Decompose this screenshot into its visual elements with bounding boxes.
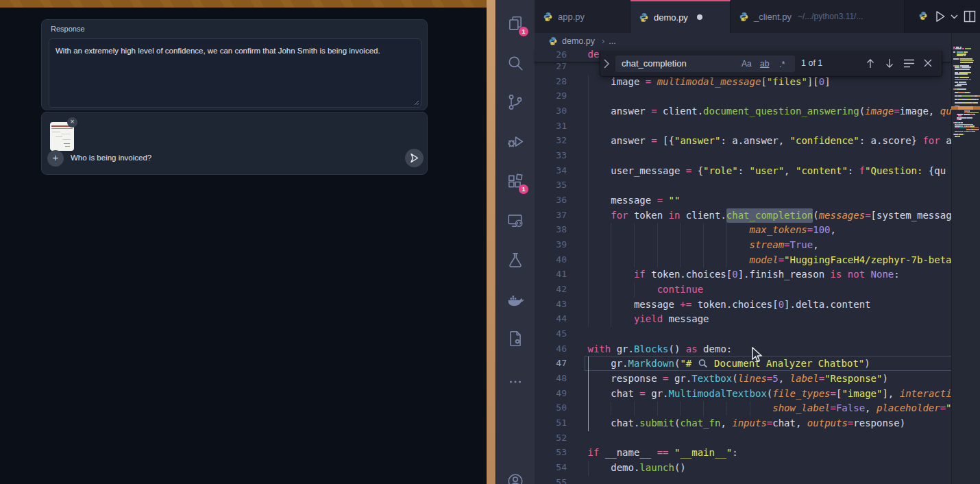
code-line[interactable]: answer = [{"answer": a.answer, "confiden…	[588, 134, 952, 149]
split-editor-button[interactable]	[963, 10, 977, 23]
line-number[interactable]: 28	[535, 76, 567, 86]
code-line[interactable]: message += token.choices[0].delta.conten…	[588, 298, 871, 313]
code-line[interactable]: model="HuggingFaceH4/zephyr-7b-beta	[588, 253, 952, 268]
resize-handle-icon[interactable]	[413, 99, 419, 106]
code-line[interactable]: chat.submit(chat_fn, inputs=chat, output…	[588, 416, 906, 431]
line-number[interactable]: 27	[535, 61, 567, 71]
line-number[interactable]: 42	[535, 284, 567, 294]
line-number[interactable]: 32	[535, 135, 567, 145]
code-line[interactable]: max_tokens=100,	[588, 223, 836, 238]
activity-item-search[interactable]	[506, 54, 524, 72]
code-line[interactable]: for token in client.chat_completion(mess…	[588, 208, 952, 223]
find-next-icon[interactable]	[884, 58, 895, 69]
code-line[interactable]: show_label=False, placeholder="	[588, 401, 952, 416]
activity-item-account[interactable]	[506, 472, 524, 484]
editor-actions-zone	[905, 0, 980, 33]
activity-item-more[interactable]	[506, 373, 524, 391]
line-number[interactable]: 51	[535, 418, 567, 428]
remove-attachment-button[interactable]: ×	[67, 117, 77, 128]
activity-item-remote-explorer[interactable]	[506, 212, 524, 230]
code-line[interactable]: chat = gr.MultimodalTextbox(file_types=[…	[588, 387, 952, 402]
close-find-icon[interactable]	[922, 58, 933, 69]
match-case-toggle[interactable]: Aa	[742, 59, 752, 69]
tab-_client.py[interactable]: _client.py~/.../python3.11/...	[731, 0, 905, 33]
python-icon	[739, 12, 749, 22]
find-in-selection-icon[interactable]	[903, 59, 915, 68]
indent-guide	[588, 89, 589, 104]
line-number[interactable]: 34	[535, 165, 567, 176]
regex-toggle[interactable]: .*	[779, 59, 785, 69]
response-label: Response	[51, 25, 85, 33]
line-number[interactable]: 52	[535, 433, 567, 443]
line-number[interactable]: 36	[535, 195, 567, 205]
minimap-content	[951, 0, 980, 484]
line-number[interactable]: 33	[535, 150, 567, 160]
find-result-count: 1 of 1	[801, 58, 822, 68]
find-previous-icon[interactable]	[865, 58, 876, 69]
line-number[interactable]: 55	[535, 477, 567, 484]
screen: Response With an extremely high level of…	[0, 0, 980, 484]
line-number[interactable]: 41	[535, 269, 567, 279]
breadcrumb[interactable]: demo.py › ...	[535, 33, 951, 49]
activity-item-source-control[interactable]	[506, 93, 524, 111]
chat-input[interactable]: Who is being invoiced?	[71, 154, 151, 162]
find-query: chat_completion	[622, 58, 687, 69]
line-number[interactable]: 47	[535, 358, 567, 368]
code-line[interactable]: yield message	[588, 312, 709, 327]
line-number[interactable]: 45	[535, 328, 567, 339]
line-number[interactable]: 43	[535, 299, 567, 309]
run-dropdown-chevron-icon[interactable]	[950, 14, 959, 20]
indent-guide	[588, 178, 589, 193]
code-line[interactable]: continue	[588, 282, 704, 298]
line-number[interactable]: 53	[535, 447, 567, 457]
breadcrumb-more[interactable]: ...	[609, 36, 615, 46]
code-line[interactable]: gr.Markdown("# Document Analyzer Chatbot…	[588, 356, 870, 372]
line-number[interactable]: 38	[535, 224, 567, 234]
line-number[interactable]: 48	[535, 373, 567, 383]
python-icon	[543, 12, 553, 22]
line-number[interactable]: 46	[535, 343, 567, 354]
window-divider	[487, 0, 496, 484]
tab-demo.py[interactable]: demo.py	[630, 0, 731, 33]
line-number[interactable]: 35	[535, 180, 567, 190]
find-widget: chat_completion Aa ab .* 1 of 1	[600, 51, 942, 77]
response-textarea[interactable]: With an extremely high level of confiden…	[49, 38, 421, 108]
activity-item-testing[interactable]	[506, 251, 524, 269]
line-number[interactable]: 29	[535, 90, 567, 101]
code-line[interactable]: if token.choices[0].finish_reason is not…	[588, 267, 900, 282]
line-number[interactable]: 31	[535, 121, 567, 131]
activity-item-docker[interactable]	[506, 291, 524, 308]
code-line[interactable]: user_message = {"role": "user", "content…	[588, 164, 946, 179]
find-input[interactable]: chat_completion Aa ab .*	[615, 56, 795, 72]
line-number[interactable]: 49	[535, 388, 567, 398]
activity-item-run-debug[interactable]	[506, 132, 524, 150]
code-line[interactable]: response = gr.Textbox(lines=5, label="Re…	[588, 372, 888, 387]
code-line[interactable]: stream=True,	[588, 238, 819, 253]
indent-guide	[588, 149, 589, 164]
mouse-cursor	[751, 347, 766, 363]
code-line[interactable]: answer = client.document_question_answer…	[588, 104, 952, 119]
find-expand-chevron-icon[interactable]	[602, 56, 611, 71]
code-line[interactable]: if __name__ == "__main__":	[588, 446, 738, 461]
badge: 1	[519, 27, 528, 36]
code-line[interactable]: with gr.Blocks() as demo:	[588, 342, 733, 357]
send-button[interactable]	[405, 149, 424, 167]
line-number[interactable]: 54	[535, 462, 567, 472]
line-number[interactable]: 44	[535, 313, 567, 324]
line-number[interactable]: 39	[535, 239, 567, 250]
run-button[interactable]	[933, 10, 947, 23]
code-line[interactable]: message = ""	[588, 193, 681, 208]
activity-item-task-runner[interactable]	[506, 330, 524, 348]
activity-item-extensions[interactable]: 1	[506, 173, 524, 191]
line-number[interactable]: 37	[535, 210, 567, 220]
line-number[interactable]: 40	[535, 254, 567, 265]
add-file-button[interactable]: +	[47, 150, 64, 167]
activity-item-explorer[interactable]: 1	[506, 15, 524, 33]
tab-app.py[interactable]: app.py	[535, 0, 630, 33]
whole-word-toggle[interactable]: ab	[760, 59, 769, 69]
badge: 1	[519, 184, 528, 194]
line-number[interactable]: 50	[535, 402, 567, 413]
code-line[interactable]: demo.launch()	[588, 461, 686, 476]
breadcrumb-file[interactable]: demo.py	[562, 36, 595, 46]
line-number[interactable]: 30	[535, 106, 567, 116]
